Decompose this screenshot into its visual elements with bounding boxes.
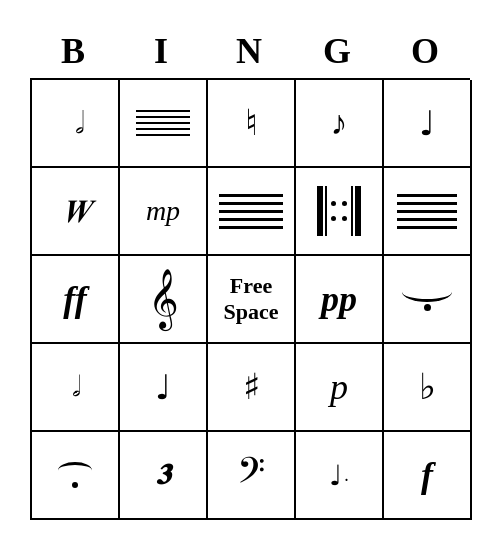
cell-0-3: ♪ xyxy=(296,80,384,168)
wide-staff-symbol xyxy=(219,194,283,229)
header-i: I xyxy=(118,24,206,78)
fermata-symbol xyxy=(58,462,92,488)
cell-3-4: ♭ xyxy=(384,344,472,432)
cell-2-4 xyxy=(384,256,472,344)
natural-sign-symbol: ♮ xyxy=(245,102,258,144)
sharp-symbol: ♯ xyxy=(243,366,260,408)
cell-0-2: ♮ xyxy=(208,80,296,168)
right-staff-symbol xyxy=(397,194,457,229)
cell-3-0: 𝅗𝅥. xyxy=(32,344,120,432)
cell-4-3: ♩. xyxy=(296,432,384,520)
cell-2-2: Free Space xyxy=(208,256,296,344)
eighth-rest2-symbol: 𝟑 xyxy=(156,459,170,492)
treble-clef-symbol: 𝄞 xyxy=(148,273,179,325)
cell-1-4 xyxy=(384,168,472,256)
cell-4-4: f xyxy=(384,432,472,520)
cell-3-2: ♯ xyxy=(208,344,296,432)
eighth-note-symbol: ♪ xyxy=(331,104,348,142)
cell-0-1 xyxy=(120,80,208,168)
cell-0-4: ♩ xyxy=(384,80,472,168)
pp-symbol: pp xyxy=(321,278,357,320)
cell-1-3 xyxy=(296,168,384,256)
cell-1-0: 𝑾 xyxy=(32,168,120,256)
flat-symbol: ♭ xyxy=(419,366,436,408)
dotted-half-symbol: 𝅗𝅥. xyxy=(72,371,79,404)
header-n: N xyxy=(206,24,294,78)
staff-lines-symbol xyxy=(136,110,190,136)
header-b: B xyxy=(30,24,118,78)
repeat-barline-symbol xyxy=(317,186,361,236)
slur-dot-symbol xyxy=(400,277,455,322)
cell-2-0: ff xyxy=(32,256,120,344)
cell-0-0: 𝅗𝅥 xyxy=(32,80,120,168)
bingo-header: B I N G O xyxy=(30,24,470,78)
bingo-card: B I N G O 𝅗𝅥 ♮ ♪ ♩ 𝑾 xyxy=(20,14,480,530)
header-g: G xyxy=(294,24,382,78)
header-o: O xyxy=(382,24,470,78)
quarter-note-symbol: ♩ xyxy=(419,103,435,143)
bass-clef-symbol: 𝄢 xyxy=(237,450,265,501)
quarter-note2-symbol: ♩ xyxy=(155,367,171,407)
cell-2-3: pp xyxy=(296,256,384,344)
cell-1-2 xyxy=(208,168,296,256)
cell-4-0 xyxy=(32,432,120,520)
cell-3-1: ♩ xyxy=(120,344,208,432)
cell-3-3: p xyxy=(296,344,384,432)
dotted-quarter-symbol: ♩. xyxy=(329,459,349,492)
cell-1-1: mp xyxy=(120,168,208,256)
ff-symbol: ff xyxy=(63,278,86,320)
free-space-label: Free Space xyxy=(208,273,294,326)
cell-2-1: 𝄞 xyxy=(120,256,208,344)
cell-4-1: 𝟑 xyxy=(120,432,208,520)
p-symbol: p xyxy=(330,366,348,408)
f-symbol: f xyxy=(421,454,433,496)
eighth-rest-symbol: 𝑾 xyxy=(61,193,89,230)
bingo-grid: 𝅗𝅥 ♮ ♪ ♩ 𝑾 mp xyxy=(30,78,470,520)
cell-4-2: 𝄢 xyxy=(208,432,296,520)
mp-symbol: mp xyxy=(146,195,180,227)
